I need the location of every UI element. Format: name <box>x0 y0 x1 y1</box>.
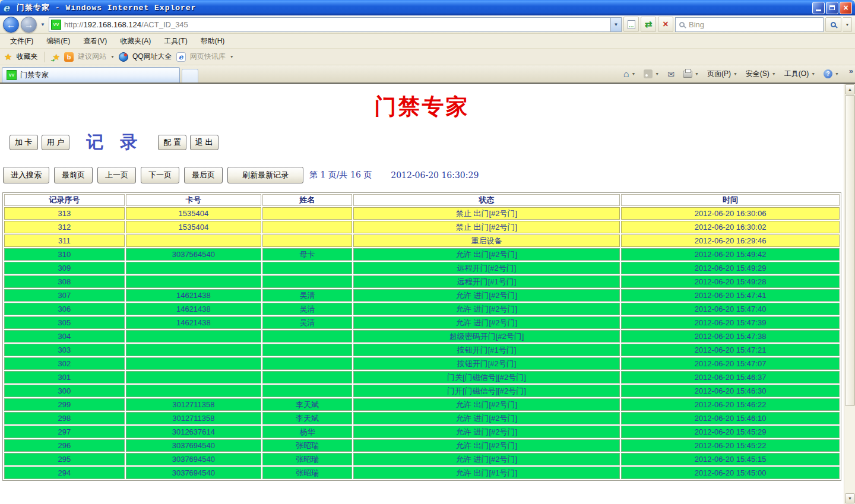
last-page-button[interactable]: 最后页 <box>184 167 223 183</box>
cell-time: 2012-06-20 15:45:00 <box>621 467 840 479</box>
table-row: 297 3012637614 杨华 允许 进门[#2号门] 2012-06-20… <box>4 426 840 438</box>
add-favorite-icon[interactable]: ★ <box>52 52 60 62</box>
cell-seq: 311 <box>4 234 125 247</box>
rss-icon <box>644 69 653 78</box>
config-button[interactable]: 配 置 <box>158 135 186 150</box>
cell-name <box>262 221 352 233</box>
search-go-icon <box>831 22 836 27</box>
new-tab-button[interactable] <box>182 69 198 83</box>
stop-button[interactable]: × <box>658 17 673 32</box>
table-row: 299 3012711358 李天斌 允许 出门[#2号门] 2012-06-2… <box>4 398 840 411</box>
menu-help[interactable]: 帮助(H) <box>194 34 232 49</box>
tools-menu-label: 工具(O) <box>784 69 809 79</box>
vertical-scrollbar[interactable]: ▲ ▼ <box>844 84 855 504</box>
table-row: 312 1535404 禁止 出门[#2号门] 2012-06-20 16:30… <box>4 221 840 233</box>
refresh-button[interactable]: ⇄ <box>641 17 656 32</box>
cell-card: 14621438 <box>126 289 261 302</box>
cell-time: 2012-06-20 15:45:15 <box>621 453 840 465</box>
header-time: 时间 <box>621 194 840 206</box>
cell-name: 张昭瑞 <box>262 439 352 452</box>
cell-status: 允许 出门[#2号门] <box>353 398 620 411</box>
help-button[interactable]: ?▼ <box>821 68 842 80</box>
cell-seq: 308 <box>4 275 125 288</box>
history-dropdown-button[interactable]: ▼ <box>39 22 47 27</box>
qq-sites-link[interactable]: QQ网址大全 <box>132 52 172 62</box>
help-icon: ? <box>824 69 832 78</box>
scroll-down-button[interactable]: ▼ <box>845 493 855 503</box>
close-button[interactable]: × <box>840 2 852 14</box>
add-card-button[interactable]: 加 卡 <box>10 135 38 150</box>
first-page-button[interactable]: 最前页 <box>54 167 93 183</box>
site-favicon: VV <box>51 20 61 30</box>
cell-status: 允许 出门[#1号门] <box>353 467 620 479</box>
cell-seq: 299 <box>4 398 125 411</box>
url-field[interactable]: VV http://192.168.168.124/ACT_ID_345 ▼ <box>49 17 622 32</box>
search-go-button[interactable] <box>825 17 841 32</box>
table-row: 308 远程开门[#1号门] 2012-06-20 15:49:28 <box>4 275 840 288</box>
compatibility-view-button[interactable] <box>623 17 639 32</box>
user-button[interactable]: 用 户 <box>42 135 70 150</box>
refresh-icon: ⇄ <box>645 19 653 30</box>
cell-time: 2012-06-20 15:47:21 <box>621 344 840 356</box>
favorites-button[interactable]: 收藏夹 <box>16 52 37 62</box>
back-button[interactable]: ← <box>3 17 19 33</box>
more-toolbar-icon[interactable]: » <box>849 66 853 75</box>
cell-status: 允许 进门[#2号门] <box>353 426 620 438</box>
refresh-records-button[interactable]: 刷新最新记录 <box>227 167 303 183</box>
tools-menu-button[interactable]: 工具(O)▼ <box>781 67 818 81</box>
cell-card: 3037694540 <box>126 453 261 465</box>
cell-time: 2012-06-20 16:29:46 <box>621 234 840 247</box>
cell-time: 2012-06-20 15:47:39 <box>621 316 840 329</box>
ie-logo-icon: e <box>3 2 14 13</box>
menu-favorites[interactable]: 收藏夹(A) <box>113 34 157 49</box>
cell-seq: 307 <box>4 289 125 302</box>
url-dropdown-button[interactable]: ▼ <box>610 18 621 31</box>
prev-page-button[interactable]: 上一页 <box>97 167 136 183</box>
cell-status: 禁止 出门[#2号门] <box>353 221 620 233</box>
enter-search-button[interactable]: 进入搜索 <box>3 167 49 183</box>
search-input[interactable]: Bing <box>675 17 824 32</box>
page-menu-button[interactable]: 页面(P)▼ <box>704 67 740 81</box>
exit-button[interactable]: 退 出 <box>190 135 218 150</box>
cell-status: 超级密码开门[#2号门] <box>353 330 620 343</box>
cell-seq: 303 <box>4 344 125 356</box>
minimize-button[interactable] <box>812 2 825 14</box>
safety-menu-button[interactable]: 安全(S)▼ <box>743 67 779 81</box>
cell-name <box>262 207 352 220</box>
print-caret-icon: ▼ <box>695 72 699 76</box>
feeds-button[interactable]: ▼ <box>641 68 662 80</box>
menu-tools[interactable]: 工具(T) <box>157 34 194 49</box>
suggested-sites-link[interactable]: 建议网站 <box>78 52 106 62</box>
cell-status: 远程开门[#1号门] <box>353 275 620 288</box>
read-mail-button[interactable]: ✉ <box>664 68 677 81</box>
page-caret-icon: ▼ <box>733 72 737 76</box>
back-icon: ← <box>7 20 15 30</box>
table-row: 302 按钮开门[#2号门] 2012-06-20 15:47:07 <box>4 357 840 370</box>
scrollbar-thumb[interactable] <box>845 95 855 406</box>
home-button[interactable]: ⌂▼ <box>620 67 639 81</box>
table-row: 305 14621438 吴清 允许 进门[#2号门] 2012-06-20 1… <box>4 316 840 329</box>
tab-active[interactable]: VV 门禁专家 <box>2 67 180 83</box>
browser-window: e 门禁专家 - Windows Internet Explorer × ← →… <box>0 0 855 504</box>
favorites-bar: ★ 收藏夹 ★ b 建议网站 ▼ QQ网址大全 e 网页快讯库 ▼ <box>0 49 855 65</box>
menu-file[interactable]: 文件(F) <box>4 34 40 49</box>
cell-card: 1535404 <box>126 221 261 233</box>
cell-seq: 310 <box>4 248 125 261</box>
webslice-link[interactable]: 网页快讯库 <box>190 52 226 62</box>
suggested-sites-caret-icon[interactable]: ▼ <box>110 55 115 59</box>
restore-button[interactable] <box>826 2 838 14</box>
print-button[interactable]: ▼ <box>680 69 702 80</box>
menu-edit[interactable]: 编辑(E) <box>40 34 77 49</box>
cell-seq: 298 <box>4 412 125 424</box>
cell-card: 14621438 <box>126 303 261 315</box>
search-options-button[interactable]: ▼ <box>843 17 852 32</box>
forward-button[interactable]: → <box>21 17 37 33</box>
cell-time: 2012-06-20 15:49:29 <box>621 262 840 274</box>
scroll-up-button[interactable]: ▲ <box>845 84 855 94</box>
cell-name <box>262 371 352 383</box>
cell-time: 2012-06-20 15:45:22 <box>621 439 840 452</box>
menu-view[interactable]: 查看(V) <box>77 34 113 49</box>
next-page-button[interactable]: 下一页 <box>141 167 179 183</box>
cell-name <box>262 330 352 343</box>
webslice-caret-icon[interactable]: ▼ <box>230 55 234 59</box>
